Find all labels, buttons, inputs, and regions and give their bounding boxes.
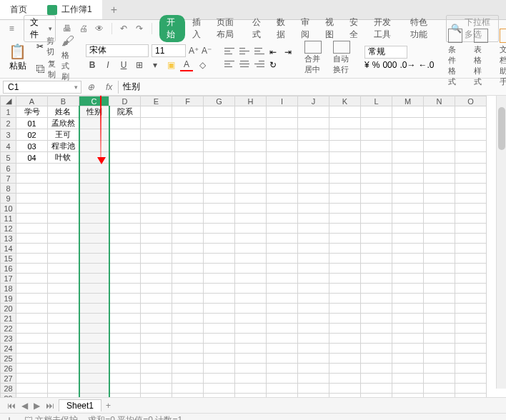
cell-I10[interactable] — [267, 204, 298, 214]
cell-M4[interactable] — [392, 141, 424, 152]
cell-I26[interactable] — [267, 364, 298, 374]
cell-F5[interactable] — [172, 152, 204, 164]
cell-L24[interactable] — [361, 344, 392, 354]
cell-M6[interactable] — [392, 164, 424, 174]
cell-A8[interactable] — [16, 184, 48, 194]
cell-O3[interactable] — [455, 129, 487, 141]
underline-button[interactable]: U — [117, 59, 130, 71]
doc-assist-button[interactable]: 文档助手 — [497, 29, 506, 87]
row-header-1[interactable]: 1 — [1, 106, 16, 118]
cell-C14[interactable] — [79, 244, 109, 254]
row-header-25[interactable]: 25 — [1, 354, 16, 364]
orientation-button[interactable]: ↻ — [268, 59, 281, 70]
cell-G13[interactable] — [204, 234, 235, 244]
cell-D8[interactable] — [109, 184, 141, 194]
cell-N26[interactable] — [424, 364, 455, 374]
cell-B11[interactable] — [48, 214, 79, 224]
cell-G4[interactable] — [204, 141, 235, 152]
cell-E13[interactable] — [141, 234, 172, 244]
cell-M11[interactable] — [392, 214, 424, 224]
row-header-3[interactable]: 3 — [1, 129, 16, 141]
cell-F2[interactable] — [172, 118, 204, 129]
cell-M13[interactable] — [392, 234, 424, 244]
row-header-19[interactable]: 19 — [1, 294, 16, 304]
cell-F6[interactable] — [172, 164, 204, 174]
cell-L23[interactable] — [361, 334, 392, 344]
cell-O1[interactable] — [455, 106, 487, 118]
preview-icon[interactable]: 👁 — [95, 23, 104, 34]
cell-K8[interactable] — [329, 184, 361, 194]
cell-C29[interactable] — [79, 394, 109, 398]
cell-M7[interactable] — [392, 174, 424, 184]
cell-E10[interactable] — [141, 204, 172, 214]
cell-H21[interactable] — [235, 314, 267, 324]
cell-E21[interactable] — [141, 314, 172, 324]
cell-N6[interactable] — [424, 164, 455, 174]
cell-L20[interactable] — [361, 304, 392, 314]
cell-C18[interactable] — [79, 284, 109, 294]
cell-A16[interactable] — [16, 264, 48, 274]
decimal-dec[interactable]: ←.0 — [418, 60, 434, 70]
zoom-icon[interactable]: ⊕ — [81, 82, 100, 92]
cell-J17[interactable] — [298, 274, 329, 284]
cell-M20[interactable] — [392, 304, 424, 314]
cell-C22[interactable] — [79, 324, 109, 334]
ribbon-developer[interactable]: 开发工具 — [368, 15, 402, 42]
row-header-20[interactable]: 20 — [1, 304, 16, 314]
cell-H28[interactable] — [235, 384, 267, 394]
decrease-font-icon[interactable]: A⁻ — [202, 46, 212, 56]
cell-K1[interactable] — [329, 106, 361, 118]
cell-K21[interactable] — [329, 314, 361, 324]
cell-K22[interactable] — [329, 324, 361, 334]
cell-D25[interactable] — [109, 354, 141, 364]
cell-E20[interactable] — [141, 304, 172, 314]
fx-button[interactable]: fx — [100, 82, 118, 92]
cell-F7[interactable] — [172, 174, 204, 184]
cell-E5[interactable] — [141, 152, 172, 164]
cell-F11[interactable] — [172, 214, 204, 224]
cell-G9[interactable] — [204, 194, 235, 204]
cell-C19[interactable] — [79, 294, 109, 304]
cell-H20[interactable] — [235, 304, 267, 314]
cell-N21[interactable] — [424, 314, 455, 324]
cell-E4[interactable] — [141, 141, 172, 152]
cell-J22[interactable] — [298, 324, 329, 334]
cell-C27[interactable] — [79, 374, 109, 384]
cell-E27[interactable] — [141, 374, 172, 384]
cell-J24[interactable] — [298, 344, 329, 354]
cell-L15[interactable] — [361, 254, 392, 264]
cell-A10[interactable] — [16, 204, 48, 214]
cell-A14[interactable] — [16, 244, 48, 254]
cell-M3[interactable] — [392, 129, 424, 141]
cell-B5[interactable]: 叶钦 — [48, 152, 79, 164]
cell-L11[interactable] — [361, 214, 392, 224]
cell-J29[interactable] — [298, 394, 329, 398]
cell-I19[interactable] — [267, 294, 298, 304]
row-header-22[interactable]: 22 — [1, 324, 16, 334]
cell-E11[interactable] — [141, 214, 172, 224]
cell-B15[interactable] — [48, 254, 79, 264]
cell-L8[interactable] — [361, 184, 392, 194]
cell-E2[interactable] — [141, 118, 172, 129]
cell-A27[interactable] — [16, 374, 48, 384]
cell-C11[interactable] — [79, 214, 109, 224]
cell-J9[interactable] — [298, 194, 329, 204]
cell-L13[interactable] — [361, 234, 392, 244]
cell-B18[interactable] — [48, 284, 79, 294]
cell-H1[interactable] — [235, 106, 267, 118]
fill-color-button[interactable]: ▣ — [164, 59, 177, 71]
cell-J25[interactable] — [298, 354, 329, 364]
cell-H22[interactable] — [235, 324, 267, 334]
cell-B14[interactable] — [48, 244, 79, 254]
cell-F16[interactable] — [172, 264, 204, 274]
row-header-14[interactable]: 14 — [1, 244, 16, 254]
cell-C13[interactable] — [79, 234, 109, 244]
cell-F23[interactable] — [172, 334, 204, 344]
cell-D2[interactable] — [109, 118, 141, 129]
cell-M18[interactable] — [392, 284, 424, 294]
cell-M26[interactable] — [392, 364, 424, 374]
border-button[interactable]: ⊞ — [133, 59, 146, 71]
border-dropdown[interactable]: ▾ — [149, 59, 162, 71]
cell-A22[interactable] — [16, 324, 48, 334]
row-header-2[interactable]: 2 — [1, 118, 16, 129]
